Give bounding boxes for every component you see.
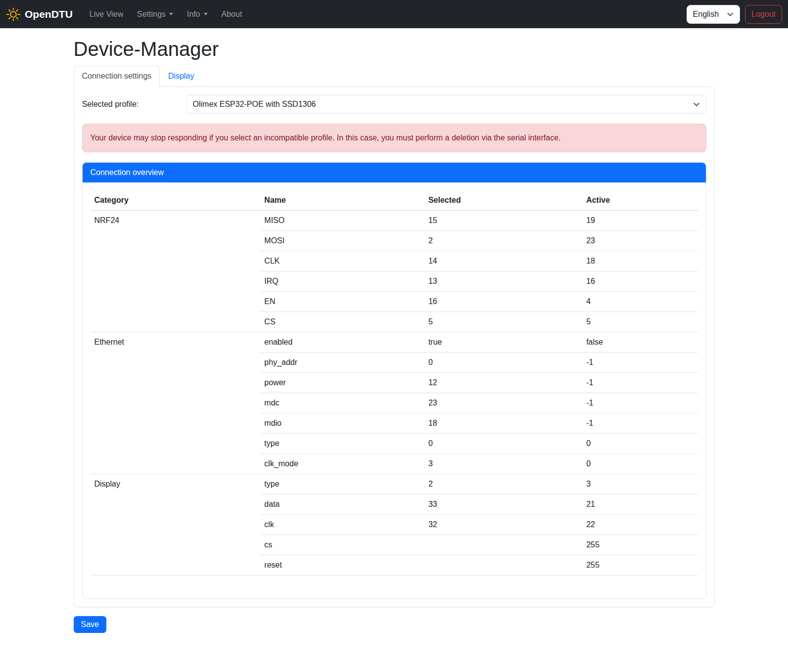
- page-title: Device-Manager: [74, 37, 715, 61]
- name-cell: type: [260, 474, 424, 494]
- brand-link[interactable]: OpenDTU: [6, 7, 73, 22]
- active-cell: 22: [582, 515, 697, 535]
- selected-cell: 3: [424, 454, 582, 474]
- selected-cell: 5: [424, 312, 582, 332]
- selected-cell: 18: [424, 413, 582, 434]
- profile-select-value: Olimex ESP32-POE with SSD1306: [193, 100, 316, 109]
- profile-row: Selected profile: Olimex ESP32-POE with …: [82, 95, 706, 114]
- column-header-active: Active: [582, 190, 697, 211]
- tab-content-card: Selected profile: Olimex ESP32-POE with …: [74, 87, 715, 607]
- name-cell: mdio: [260, 413, 424, 434]
- selected-cell: [424, 535, 582, 555]
- navbar-left: OpenDTU Live View Settings Info About: [6, 6, 249, 23]
- connection-overview-card: Connection overview Category Name Select…: [82, 162, 706, 599]
- table-header-row: Category Name Selected Active: [91, 190, 698, 211]
- selected-cell: [424, 555, 582, 576]
- active-cell: 0: [582, 434, 697, 454]
- selected-cell: 15: [424, 211, 582, 231]
- profile-label: Selected profile:: [82, 95, 186, 114]
- column-header-name: Name: [260, 190, 424, 211]
- name-cell: MISO: [260, 211, 424, 231]
- active-cell: 16: [582, 271, 697, 292]
- active-cell: 0: [582, 454, 697, 474]
- brand-label: OpenDTU: [25, 8, 73, 20]
- logout-button[interactable]: Logout: [745, 5, 782, 24]
- selected-cell: 33: [424, 494, 582, 515]
- name-cell: MOSI: [260, 231, 424, 251]
- selected-cell: 2: [424, 231, 582, 251]
- category-cell: Display: [91, 474, 261, 576]
- connection-overview-header: Connection overview: [83, 163, 706, 182]
- sun-icon: [6, 7, 21, 22]
- name-cell: EN: [260, 292, 424, 312]
- caret-down-icon: [204, 13, 208, 15]
- column-header-category: Category: [91, 190, 261, 211]
- name-cell: enabled: [260, 332, 424, 353]
- language-select-value: English: [693, 10, 719, 19]
- navbar: OpenDTU Live View Settings Info About En…: [0, 0, 788, 28]
- main-container: Device-Manager Connection settings Displ…: [68, 37, 721, 633]
- connection-overview-body: Category Name Selected Active NRF24MISO1…: [83, 182, 706, 598]
- active-cell: false: [582, 332, 697, 353]
- selected-cell: 0: [424, 434, 582, 454]
- name-cell: cs: [260, 535, 424, 555]
- category-cell: Ethernet: [91, 332, 261, 474]
- connection-overview-table: Category Name Selected Active NRF24MISO1…: [91, 190, 698, 576]
- nav-item-about[interactable]: About: [215, 6, 249, 23]
- selected-cell: 16: [424, 292, 582, 312]
- active-cell: -1: [582, 413, 697, 434]
- language-select[interactable]: English: [687, 5, 740, 24]
- name-cell: CLK: [260, 251, 424, 271]
- table-row: Displaytype23: [91, 474, 698, 494]
- active-cell: -1: [582, 353, 697, 373]
- caret-down-icon: [169, 13, 173, 15]
- name-cell: mdc: [260, 393, 424, 413]
- navbar-right: English Logout: [687, 5, 782, 24]
- tab-display[interactable]: Display: [160, 66, 202, 87]
- column-header-selected: Selected: [424, 190, 582, 211]
- nav-item-settings[interactable]: Settings: [130, 6, 180, 23]
- name-cell: type: [260, 434, 424, 454]
- active-cell: 255: [582, 555, 697, 576]
- selected-cell: 13: [424, 271, 582, 292]
- selected-cell: 12: [424, 373, 582, 393]
- name-cell: phy_addr: [260, 353, 424, 373]
- name-cell: clk_mode: [260, 454, 424, 474]
- name-cell: reset: [260, 555, 424, 576]
- nav-item-info-label: Info: [187, 10, 200, 19]
- incompatible-profile-alert: Your device may stop responding if you s…: [82, 124, 706, 152]
- selected-cell: 23: [424, 393, 582, 413]
- table-row: Ethernetenabledtruefalse: [91, 332, 698, 353]
- category-cell: NRF24: [91, 211, 261, 332]
- active-cell: 18: [582, 251, 697, 271]
- name-cell: CS: [260, 312, 424, 332]
- table-row: NRF24MISO1519: [91, 211, 698, 231]
- overview-table-body: NRF24MISO1519MOSI223CLK1418IRQ1316EN164C…: [91, 211, 698, 576]
- profile-select[interactable]: Olimex ESP32-POE with SSD1306: [186, 95, 706, 114]
- name-cell: clk: [260, 515, 424, 535]
- tab-connection-settings[interactable]: Connection settings: [74, 66, 160, 87]
- nav-item-settings-label: Settings: [137, 10, 166, 19]
- active-cell: 4: [582, 292, 697, 312]
- chevron-down-icon: [693, 101, 700, 108]
- active-cell: 5: [582, 312, 697, 332]
- active-cell: 21: [582, 494, 697, 515]
- name-cell: data: [260, 494, 424, 515]
- name-cell: power: [260, 373, 424, 393]
- nav-item-live-view[interactable]: Live View: [83, 6, 130, 23]
- active-cell: 23: [582, 231, 697, 251]
- tab-bar: Connection settings Display: [74, 66, 715, 87]
- active-cell: 3: [582, 474, 697, 494]
- selected-cell: 32: [424, 515, 582, 535]
- active-cell: -1: [582, 373, 697, 393]
- nav-item-info[interactable]: Info: [180, 6, 215, 23]
- selected-cell: true: [424, 332, 582, 353]
- chevron-down-icon: [727, 11, 734, 18]
- active-cell: 255: [582, 535, 697, 555]
- save-button[interactable]: Save: [74, 616, 106, 633]
- active-cell: -1: [582, 393, 697, 413]
- selected-cell: 14: [424, 251, 582, 271]
- active-cell: 19: [582, 211, 697, 231]
- name-cell: IRQ: [260, 271, 424, 292]
- selected-cell: 0: [424, 353, 582, 373]
